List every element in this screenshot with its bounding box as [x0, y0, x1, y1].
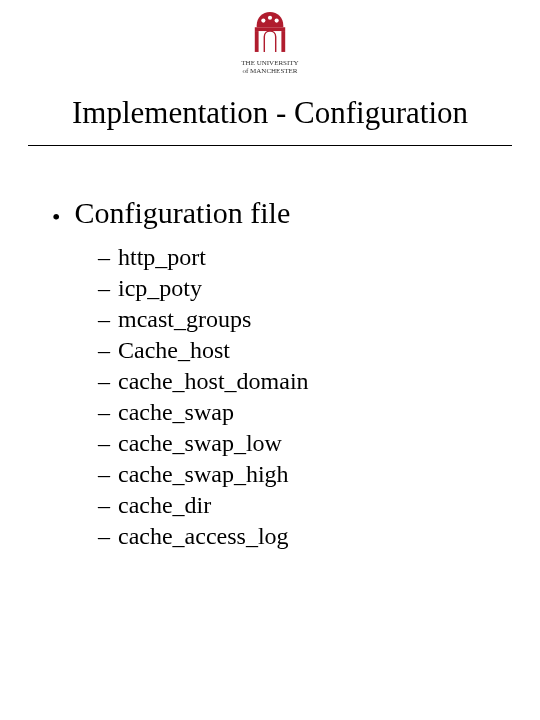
dash-icon: – [98, 492, 110, 519]
dash-icon: – [98, 275, 110, 302]
dash-icon: – [98, 399, 110, 426]
sub-item-text: cache_swap_high [118, 461, 289, 488]
logo-text: THE UNIVERSITY of MANCHESTER [241, 60, 298, 75]
dash-icon: – [98, 368, 110, 395]
slide-title: Implementation - Configuration [28, 95, 512, 146]
institution-line2: of MANCHESTER [241, 68, 298, 76]
list-item: – Cache_host [98, 337, 510, 364]
sub-item-text: cache_dir [118, 492, 211, 519]
sub-item-text: http_port [118, 244, 206, 271]
list-item: – http_port [98, 244, 510, 271]
svg-point-0 [261, 19, 265, 23]
list-item: – cache_dir [98, 492, 510, 519]
list-item: – cache_swap [98, 399, 510, 426]
list-item: – cache_host_domain [98, 368, 510, 395]
list-item: – mcast_groups [98, 306, 510, 333]
bullet-icon: • [52, 205, 60, 229]
dash-icon: – [98, 244, 110, 271]
list-item: – cache_swap_low [98, 430, 510, 457]
university-logo-icon: THE UNIVERSITY of MANCHESTER [241, 10, 298, 75]
list-item: – cache_swap_high [98, 461, 510, 488]
dash-icon: – [98, 306, 110, 333]
sub-item-text: cache_access_log [118, 523, 289, 550]
list-item: – icp_poty [98, 275, 510, 302]
sub-item-text: cache_swap_low [118, 430, 282, 457]
sub-item-text: mcast_groups [118, 306, 251, 333]
sub-item-text: cache_host_domain [118, 368, 309, 395]
main-bullet: • Configuration file [52, 196, 510, 230]
content-area: • Configuration file – http_port – icp_p… [0, 196, 540, 550]
dash-icon: – [98, 523, 110, 550]
svg-point-1 [268, 16, 272, 20]
main-bullet-text: Configuration file [74, 196, 290, 230]
dash-icon: – [98, 461, 110, 488]
dash-icon: – [98, 430, 110, 457]
sub-item-text: Cache_host [118, 337, 230, 364]
sub-list: – http_port – icp_poty – mcast_groups – … [52, 242, 510, 550]
logo-container: THE UNIVERSITY of MANCHESTER [0, 0, 540, 85]
svg-point-2 [275, 19, 279, 23]
list-item: – cache_access_log [98, 523, 510, 550]
sub-item-text: cache_swap [118, 399, 234, 426]
dash-icon: – [98, 337, 110, 364]
sub-item-text: icp_poty [118, 275, 202, 302]
